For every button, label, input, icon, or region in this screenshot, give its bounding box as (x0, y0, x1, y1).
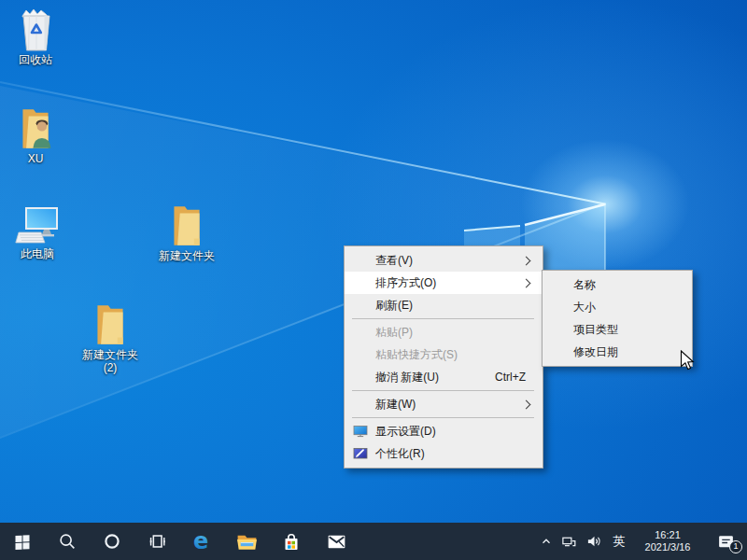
language-label: 英 (613, 533, 626, 550)
submenu-item-label: 项目类型 (573, 322, 618, 338)
submenu-item-item-type[interactable]: 项目类型 (543, 318, 692, 341)
volume-icon (586, 534, 602, 550)
store-icon (280, 530, 303, 553)
desktop-icon-label: 回收站 (0, 53, 71, 66)
submenu-arrow-icon (522, 399, 531, 409)
recycle-bin-icon (0, 6, 71, 52)
this-pc-icon (2, 203, 73, 246)
windows-start-icon (13, 532, 32, 551)
start-button[interactable] (0, 523, 45, 560)
taskbar: e (0, 523, 747, 560)
submenu-item-label: 名称 (573, 277, 596, 293)
tray-clock[interactable]: 16:21 2021/3/16 (631, 523, 704, 560)
submenu-item-label: 大小 (573, 300, 596, 315)
file-explorer-icon (235, 530, 259, 553)
menu-item-label: 排序方式(O) (375, 275, 436, 291)
sort-by-submenu: 名称 大小 项目类型 修改日期 (542, 270, 693, 367)
menu-item-view[interactable]: 查看(V) (345, 249, 543, 272)
mouse-cursor (680, 350, 697, 372)
menu-item-new[interactable]: 新建(W) (345, 393, 543, 415)
edge-icon: e (190, 529, 214, 553)
notification-badge: 1 (729, 540, 742, 553)
task-view-icon (147, 531, 167, 552)
submenu-arrow-icon (522, 278, 531, 287)
windows-desktop: 回收站 XU (0, 0, 747, 560)
submenu-item-size[interactable]: 大小 (543, 296, 692, 318)
desktop-context-menu: 查看(V) 排序方式(O) 刷新(E) 粘贴(P) 粘贴快捷方式(S) 撤消 新… (344, 245, 543, 469)
task-view-button[interactable] (134, 523, 179, 560)
tray-chevron-button[interactable] (536, 523, 557, 560)
menu-item-paste[interactable]: 粘贴(P) (345, 321, 543, 343)
display-settings-icon (353, 424, 368, 439)
desktop-icon-new-folder[interactable]: 新建文件夹 (151, 203, 222, 262)
menu-item-label: 个性化(R) (375, 446, 425, 462)
system-tray: 英 16:21 2021/3/16 1 (536, 523, 747, 560)
clock-time: 16:21 (655, 529, 681, 541)
submenu-item-name[interactable]: 名称 (543, 273, 692, 296)
menu-item-display-settings[interactable]: 显示设置(D) (345, 420, 543, 442)
menu-item-refresh[interactable]: 刷新(E) (345, 294, 543, 316)
submenu-item-date-modified[interactable]: 修改日期 (543, 341, 692, 363)
folder-icon (151, 203, 222, 248)
desktop-icon-label: 新建文件夹 (151, 249, 222, 262)
clock-date: 2021/3/16 (645, 541, 691, 553)
menu-item-paste-shortcut[interactable]: 粘贴快捷方式(S) (345, 343, 543, 366)
file-explorer-button[interactable] (224, 523, 269, 560)
edge-button[interactable]: e (179, 523, 224, 560)
menu-item-undo-new[interactable]: 撤消 新建(U) Ctrl+Z (345, 366, 543, 388)
network-icon (561, 534, 577, 550)
menu-item-label: 显示设置(D) (375, 424, 436, 440)
cortana-icon (102, 531, 122, 552)
menu-item-label: 撤消 新建(U) (375, 370, 439, 385)
tray-language-indicator[interactable]: 英 (607, 523, 631, 560)
search-icon (57, 531, 78, 552)
desktop-icon-recycle-bin[interactable]: 回收站 (0, 6, 71, 66)
search-button[interactable] (45, 523, 90, 560)
desktop-icon-user-folder[interactable]: XU (0, 106, 71, 165)
tray-network-button[interactable] (557, 523, 581, 560)
desktop-icon-label: 此电脑 (2, 247, 73, 260)
cortana-button[interactable] (90, 523, 134, 560)
menu-item-label: 刷新(E) (375, 298, 413, 314)
submenu-arrow-icon (522, 256, 531, 265)
folder-icon (75, 302, 146, 347)
menu-item-personalize[interactable]: 个性化(R) (345, 442, 543, 465)
desktop-icon-new-folder-2[interactable]: 新建文件夹 (2) (75, 302, 146, 374)
menu-separator (352, 417, 534, 418)
user-folder-icon (0, 106, 71, 151)
desktop-icon-label: 新建文件夹 (75, 348, 146, 361)
menu-item-label: 粘贴快捷方式(S) (375, 347, 458, 363)
menu-item-label: 查看(V) (375, 253, 413, 269)
chevron-up-icon (540, 535, 553, 548)
action-center-button[interactable]: 1 (704, 523, 747, 560)
menu-separator (352, 390, 534, 391)
menu-item-shortcut: Ctrl+Z (495, 371, 526, 384)
desktop-icon-label: XU (0, 152, 71, 165)
menu-item-sort-by[interactable]: 排序方式(O) (345, 272, 543, 294)
menu-item-label: 粘贴(P) (375, 325, 413, 341)
menu-item-label: 新建(W) (375, 397, 416, 413)
menu-separator (352, 318, 534, 319)
svg-text:e: e (193, 529, 208, 553)
desktop-icon-this-pc[interactable]: 此电脑 (2, 203, 73, 260)
tray-volume-button[interactable] (581, 523, 607, 560)
store-button[interactable] (269, 523, 314, 560)
personalization-icon (353, 446, 368, 461)
submenu-item-label: 修改日期 (573, 344, 618, 360)
desktop-icon-label-line2: (2) (75, 361, 146, 374)
mail-button[interactable] (314, 523, 359, 560)
mail-icon (325, 530, 348, 553)
